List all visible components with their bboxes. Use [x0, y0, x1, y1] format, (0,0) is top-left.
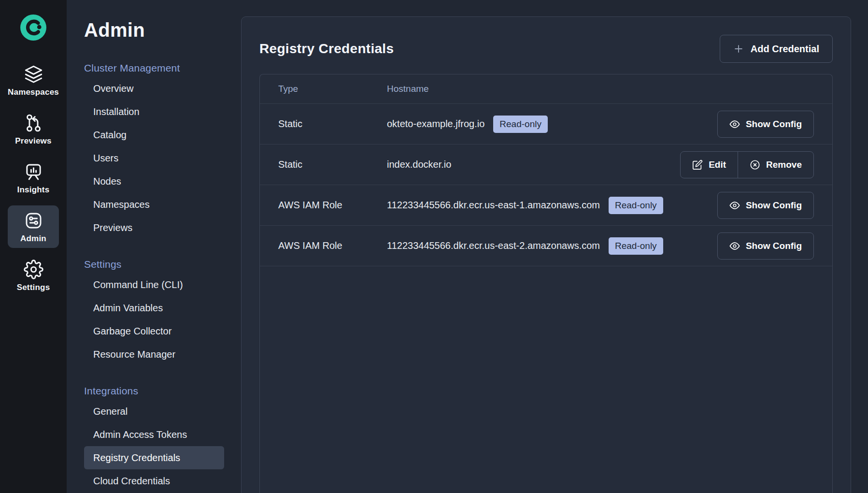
namespaces-icon	[24, 64, 43, 84]
show-config-label: Show Config	[746, 200, 802, 211]
sidebar-item-admin-access-tokens[interactable]: Admin Access Tokens	[84, 423, 224, 446]
remove-icon	[750, 160, 760, 170]
readonly-badge: Read-only	[609, 197, 663, 214]
sidebar-item-cloud-credentials[interactable]: Cloud Credentials	[84, 469, 224, 493]
edit-button[interactable]: Edit	[680, 151, 738, 178]
registry-credentials-panel: Registry Credentials Add Credential Type…	[241, 16, 851, 493]
show-config-button[interactable]: Show Config	[717, 192, 814, 219]
rail-item-insights[interactable]: Insights	[8, 157, 59, 199]
rail-item-label: Namespaces	[8, 87, 59, 97]
eye-icon	[729, 119, 740, 130]
settings-icon	[24, 260, 43, 279]
icon-rail: Namespaces Previews Insights Admin Setti…	[0, 0, 67, 493]
sidebar-item-catalog[interactable]: Catalog	[84, 123, 224, 146]
row-actions: Show Config	[717, 192, 814, 219]
insights-icon	[24, 162, 43, 182]
credential-hostname-cell: 112233445566.dkr.ecr.us-east-2.amazonaws…	[387, 237, 717, 255]
eye-icon	[729, 200, 740, 211]
credential-hostname: okteto-example.jfrog.io	[387, 118, 484, 130]
sidebar-item-overview[interactable]: Overview	[84, 77, 224, 100]
credential-hostname-cell: index.docker.io	[387, 159, 680, 170]
add-credential-label: Add Credential	[751, 44, 819, 55]
credential-type: Static	[278, 118, 387, 130]
show-config-button[interactable]: Show Config	[717, 111, 814, 138]
rail-item-namespaces[interactable]: Namespaces	[8, 59, 59, 102]
section-header-integrations: Integrations	[84, 385, 241, 397]
sidebar-item-admin-variables[interactable]: Admin Variables	[84, 296, 224, 319]
show-config-label: Show Config	[746, 119, 802, 130]
rail-item-label: Admin	[20, 234, 46, 244]
row-actions: Edit Remove	[680, 151, 814, 178]
rail-item-label: Settings	[17, 283, 50, 292]
section-header-cluster-management: Cluster Management	[84, 62, 241, 74]
column-header-type: Type	[278, 84, 387, 94]
credential-hostname-cell: okteto-example.jfrog.io Read-only	[387, 116, 717, 133]
previews-icon	[24, 113, 43, 133]
sidebar-title: Admin	[84, 19, 241, 41]
sidebar-item-registry-credentials[interactable]: Registry Credentials	[84, 446, 224, 469]
sidebar-item-resource-manager[interactable]: Resource Manager	[84, 343, 224, 366]
table-header-row: Type Hostname	[260, 74, 832, 104]
sidebar-item-users[interactable]: Users	[84, 146, 224, 170]
sidebar-item-namespaces[interactable]: Namespaces	[84, 193, 224, 216]
nav-list-cluster-management: Overview Installation Catalog Users Node…	[84, 77, 241, 239]
row-actions: Show Config	[717, 111, 814, 138]
credential-type: AWS IAM Role	[278, 240, 387, 251]
panel-title: Registry Credentials	[259, 41, 394, 57]
eye-icon	[729, 241, 740, 251]
table-row: AWS IAM Role 112233445566.dkr.ecr.us-eas…	[260, 226, 832, 266]
readonly-badge: Read-only	[609, 237, 663, 255]
credential-hostname: 112233445566.dkr.ecr.us-east-1.amazonaws…	[387, 200, 600, 211]
sidebar-item-previews[interactable]: Previews	[84, 216, 224, 239]
sidebar-item-nodes[interactable]: Nodes	[84, 170, 224, 193]
credential-type: Static	[278, 159, 387, 170]
sidebar-item-general[interactable]: General	[84, 400, 224, 423]
sidebar-item-installation[interactable]: Installation	[84, 100, 224, 123]
credential-hostname-cell: 112233445566.dkr.ecr.us-east-1.amazonaws…	[387, 197, 717, 214]
row-actions: Show Config	[717, 232, 814, 260]
sidebar-item-garbage-collector[interactable]: Garbage Collector	[84, 319, 224, 343]
admin-icon	[24, 211, 43, 231]
sidebar-item-command-line-cli[interactable]: Command Line (CLI)	[84, 273, 224, 296]
table-row: Static okteto-example.jfrog.io Read-only…	[260, 104, 832, 145]
plus-icon	[733, 44, 744, 54]
rail-item-label: Insights	[17, 185, 50, 195]
table-row: AWS IAM Role 112233445566.dkr.ecr.us-eas…	[260, 185, 832, 226]
remove-label: Remove	[766, 160, 802, 170]
readonly-badge: Read-only	[493, 116, 548, 133]
table-row: Static index.docker.io Edit Remove	[260, 145, 832, 185]
show-config-button[interactable]: Show Config	[717, 232, 814, 260]
admin-sidebar: Admin Cluster Management Overview Instal…	[67, 0, 241, 493]
credentials-table: Type Hostname Static okteto-example.jfro…	[259, 74, 833, 493]
column-header-hostname: Hostname	[387, 84, 429, 94]
show-config-label: Show Config	[746, 241, 802, 251]
panel-header: Registry Credentials Add Credential	[259, 34, 833, 63]
edit-icon	[692, 160, 703, 170]
rail-item-label: Previews	[15, 136, 51, 146]
add-credential-button[interactable]: Add Credential	[720, 35, 833, 63]
rail-item-settings[interactable]: Settings	[8, 254, 59, 297]
okteto-logo-icon[interactable]	[20, 14, 46, 41]
credential-type: AWS IAM Role	[278, 200, 387, 211]
nav-list-integrations: General Admin Access Tokens Registry Cre…	[84, 400, 241, 493]
remove-button[interactable]: Remove	[738, 151, 814, 178]
rail-nav: Namespaces Previews Insights Admin Setti…	[8, 59, 59, 297]
rail-item-admin[interactable]: Admin	[8, 205, 59, 248]
rail-item-previews[interactable]: Previews	[8, 108, 59, 150]
credential-hostname: 112233445566.dkr.ecr.us-east-2.amazonaws…	[387, 240, 600, 251]
nav-list-settings: Command Line (CLI) Admin Variables Garba…	[84, 273, 241, 366]
section-header-settings: Settings	[84, 259, 241, 270]
edit-label: Edit	[709, 160, 726, 170]
credential-hostname: index.docker.io	[387, 159, 451, 170]
